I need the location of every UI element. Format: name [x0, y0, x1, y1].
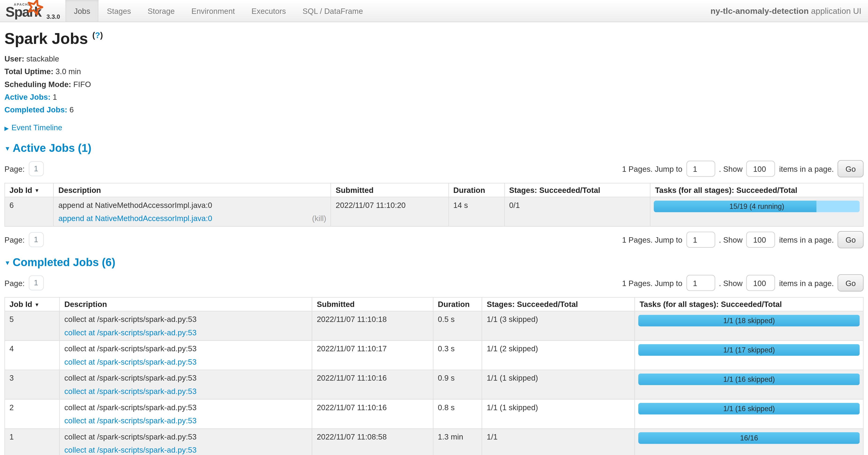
- progress-label: 16/16: [639, 432, 860, 444]
- active-job-row: 6 append at NativeMethodAccessorImpl.jav…: [5, 197, 863, 226]
- pagination-active-bottom: Page: 1 1 Pages. Jump to . Show items in…: [4, 231, 864, 248]
- application-title: ny-tlc-anomaly-detection application UI: [711, 6, 868, 16]
- uptime-label: Total Uptime:: [4, 67, 54, 76]
- spark-logo[interactable]: APACHE Spark 3.3.0: [0, 0, 66, 22]
- header-description[interactable]: Description: [54, 183, 331, 197]
- job-description-text: append at NativeMethodAccessorImpl.java:…: [58, 201, 326, 209]
- jump-to-page-input[interactable]: [686, 275, 715, 291]
- page-label: Page:: [4, 164, 25, 173]
- stages-cell: 1/1 (1 skipped): [482, 399, 635, 429]
- header-tasks[interactable]: Tasks (for all stages): Succeeded/Total: [635, 297, 863, 311]
- page-number-button[interactable]: 1: [29, 276, 43, 290]
- header-duration[interactable]: Duration: [433, 297, 482, 311]
- header-description[interactable]: Description: [60, 297, 312, 311]
- spark-ui-page: APACHE Spark 3.3.0 Jobs Stages Storage E…: [0, 0, 868, 455]
- scheduling-mode-label: Scheduling Mode:: [4, 80, 71, 89]
- job-description-link[interactable]: collect at /spark-scripts/spark-ad.py:53: [64, 416, 197, 425]
- event-timeline-toggle[interactable]: ▶Event Timeline: [4, 123, 864, 132]
- job-id-cell: 6: [5, 197, 54, 226]
- page-number-button[interactable]: 1: [29, 232, 43, 247]
- duration-cell: 0.3 s: [433, 340, 482, 370]
- pagination-completed-top: Page: 1 1 Pages. Jump to . Show items in…: [4, 274, 864, 291]
- completed-job-row: 3 collect at /spark-scripts/spark-ad.py:…: [5, 370, 863, 399]
- jump-to-page-input[interactable]: [686, 161, 715, 177]
- page-number-button[interactable]: 1: [29, 161, 43, 176]
- job-description-link[interactable]: collect at /spark-scripts/spark-ad.py:53: [64, 328, 197, 337]
- header-submitted[interactable]: Submitted: [312, 297, 433, 311]
- completed-jobs-heading[interactable]: ▼Completed Jobs (6): [4, 256, 864, 269]
- items-in-page-text: items in a page.: [779, 235, 834, 244]
- help-paren-open: (: [92, 30, 95, 40]
- job-description-link[interactable]: collect at /spark-scripts/spark-ad.py:53: [64, 387, 197, 396]
- tab-jobs[interactable]: Jobs: [66, 0, 99, 22]
- go-button[interactable]: Go: [838, 160, 864, 177]
- header-stages[interactable]: Stages: Succeeded/Total: [504, 183, 650, 197]
- tasks-cell: 16/16: [635, 429, 863, 455]
- job-description-text: collect at /spark-scripts/spark-ad.py:53: [64, 344, 308, 353]
- items-per-page-input[interactable]: [747, 275, 775, 291]
- kill-job-link[interactable]: (kill): [312, 214, 326, 223]
- job-id-cell: 3: [5, 370, 60, 399]
- collapse-arrow-icon: ▼: [4, 145, 10, 152]
- tab-stages[interactable]: Stages: [98, 0, 139, 22]
- completed-jobs-table: Job Id▼ Description Submitted Duration S…: [4, 297, 864, 455]
- table-header-row: Job Id▼ Description Submitted Duration S…: [5, 183, 863, 197]
- submitted-cell: 2022/11/07 11:10:17: [312, 340, 433, 370]
- nav-tabs: Jobs Stages Storage Environment Executor…: [66, 0, 371, 22]
- help-link[interactable]: ?: [95, 30, 100, 40]
- duration-cell: 0.9 s: [433, 370, 482, 399]
- header-job-id[interactable]: Job Id▼: [5, 183, 54, 197]
- show-text: . Show: [719, 164, 743, 173]
- tab-environment[interactable]: Environment: [183, 0, 243, 22]
- stages-cell: 1/1 (2 skipped): [482, 340, 635, 370]
- jump-to-page-input[interactable]: [686, 232, 715, 248]
- scheduling-mode-value: FIFO: [71, 80, 91, 89]
- items-per-page-input[interactable]: [747, 161, 775, 177]
- job-description-text: collect at /spark-scripts/spark-ad.py:53: [64, 315, 308, 323]
- job-summary: User: stackable Total Uptime: 3.0 min Sc…: [4, 54, 864, 114]
- stages-cell: 0/1: [504, 197, 650, 226]
- job-description-link[interactable]: append at NativeMethodAccessorImpl.java:…: [58, 214, 212, 223]
- tasks-progress-bar: 1/1 (18 skipped): [639, 315, 860, 326]
- tab-sql-dataframe[interactable]: SQL / DataFrame: [294, 0, 371, 22]
- tab-executors[interactable]: Executors: [243, 0, 294, 22]
- go-button[interactable]: Go: [838, 231, 864, 248]
- application-ui-suffix: application UI: [809, 6, 861, 16]
- completed-job-row: 5 collect at /spark-scripts/spark-ad.py:…: [5, 311, 863, 340]
- header-tasks[interactable]: Tasks (for all stages): Succeeded/Total: [650, 183, 863, 197]
- pages-jump-text: 1 Pages. Jump to: [622, 279, 682, 287]
- description-cell: collect at /spark-scripts/spark-ad.py:53…: [60, 370, 312, 399]
- stages-cell: 1/1 (1 skipped): [482, 370, 635, 399]
- job-description-link[interactable]: collect at /spark-scripts/spark-ad.py:53: [64, 358, 197, 366]
- active-jobs-link[interactable]: Active Jobs:: [4, 92, 51, 102]
- stages-cell: 1/1 (3 skipped): [482, 311, 635, 340]
- tasks-progress-bar: 1/1 (16 skipped): [639, 403, 860, 415]
- expand-arrow-icon: ▶: [4, 125, 9, 132]
- header-stages[interactable]: Stages: Succeeded/Total: [482, 297, 635, 311]
- spark-version: 3.3.0: [46, 13, 60, 20]
- job-description-link[interactable]: collect at /spark-scripts/spark-ad.py:53: [64, 446, 197, 455]
- completed-jobs-link[interactable]: Completed Jobs:: [4, 105, 67, 114]
- job-description-text: collect at /spark-scripts/spark-ad.py:53: [64, 432, 308, 441]
- description-cell: collect at /spark-scripts/spark-ad.py:53…: [60, 399, 312, 429]
- progress-label: 1/1 (17 skipped): [639, 344, 860, 356]
- tab-storage[interactable]: Storage: [139, 0, 183, 22]
- duration-cell: 0.5 s: [433, 311, 482, 340]
- header-job-id[interactable]: Job Id▼: [5, 297, 60, 311]
- tasks-progress-bar: 15/19 (4 running): [654, 201, 860, 212]
- header-submitted[interactable]: Submitted: [331, 183, 448, 197]
- tasks-cell: 1/1 (17 skipped): [635, 340, 863, 370]
- submitted-cell: 2022/11/07 11:08:58: [312, 429, 433, 455]
- active-jobs-heading[interactable]: ▼Active Jobs (1): [4, 142, 864, 154]
- uptime-value: 3.0 min: [54, 67, 81, 76]
- completed-job-row: 1 collect at /spark-scripts/spark-ad.py:…: [5, 429, 863, 455]
- user-label: User:: [4, 54, 24, 63]
- header-duration[interactable]: Duration: [448, 183, 504, 197]
- items-in-page-text: items in a page.: [779, 279, 834, 287]
- completed-job-row: 4 collect at /spark-scripts/spark-ad.py:…: [5, 340, 863, 370]
- pagination-active-top: Page: 1 1 Pages. Jump to . Show items in…: [4, 160, 864, 177]
- go-button[interactable]: Go: [838, 274, 864, 291]
- stages-cell: 1/1: [482, 429, 635, 455]
- items-per-page-input[interactable]: [747, 232, 775, 248]
- pages-jump-text: 1 Pages. Jump to: [622, 235, 682, 244]
